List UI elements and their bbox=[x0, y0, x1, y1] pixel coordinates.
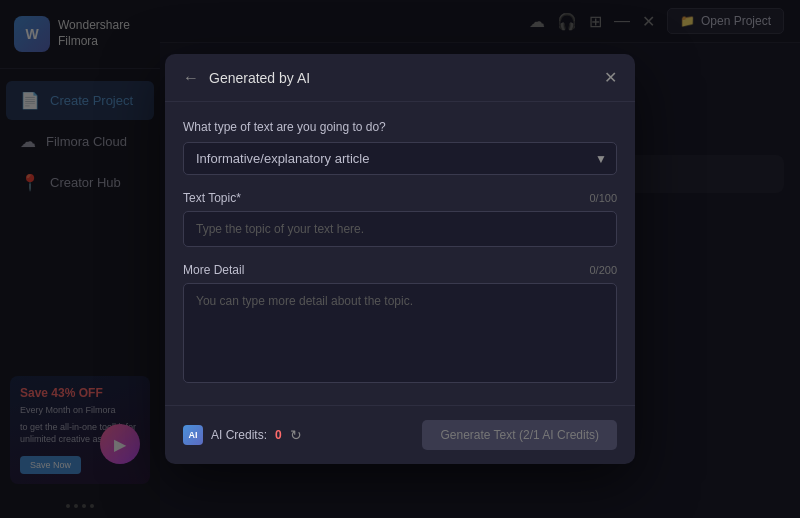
modal-question: What type of text are you going to do? bbox=[183, 120, 617, 134]
generate-button[interactable]: Generate Text (2/1 AI Credits) bbox=[422, 420, 617, 450]
credits-value: 0 bbox=[275, 428, 282, 442]
text-topic-header: Text Topic* 0/100 bbox=[183, 191, 617, 205]
modal-body: What type of text are you going to do? I… bbox=[165, 102, 635, 405]
modal-header: ← Generated by AI ✕ bbox=[165, 54, 635, 102]
modal-overlay: ← Generated by AI ✕ What type of text ar… bbox=[0, 0, 800, 518]
more-detail-label: More Detail bbox=[183, 263, 244, 277]
ai-credits-label: AI Credits: bbox=[211, 428, 267, 442]
more-detail-textarea[interactable] bbox=[183, 283, 617, 383]
more-detail-char-count: 0/200 bbox=[589, 264, 617, 276]
text-topic-label: Text Topic* bbox=[183, 191, 241, 205]
ai-credits-section: AI AI Credits: 0 ↻ bbox=[183, 425, 302, 445]
modal-close-button[interactable]: ✕ bbox=[604, 68, 617, 87]
text-topic-input[interactable] bbox=[183, 211, 617, 247]
ai-icon: AI bbox=[183, 425, 203, 445]
modal-title: Generated by AI bbox=[209, 70, 594, 86]
text-topic-char-count: 0/100 bbox=[589, 192, 617, 204]
text-type-select[interactable]: Informative/explanatory article Blog pos… bbox=[183, 142, 617, 175]
credits-refresh-icon[interactable]: ↻ bbox=[290, 427, 302, 443]
text-type-select-wrapper: Informative/explanatory article Blog pos… bbox=[183, 142, 617, 175]
modal: ← Generated by AI ✕ What type of text ar… bbox=[165, 54, 635, 464]
more-detail-header: More Detail 0/200 bbox=[183, 263, 617, 277]
modal-back-button[interactable]: ← bbox=[183, 69, 199, 87]
modal-footer: AI AI Credits: 0 ↻ Generate Text (2/1 AI… bbox=[165, 405, 635, 464]
